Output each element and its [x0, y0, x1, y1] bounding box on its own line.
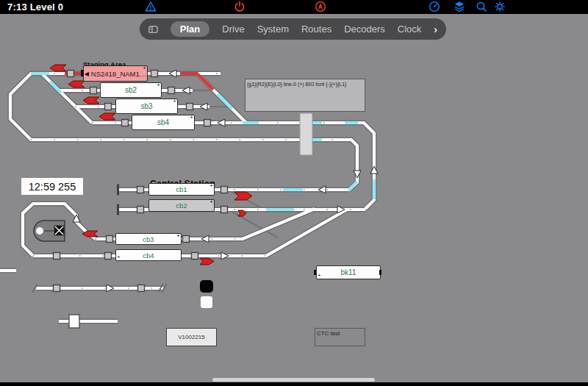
status-bar: 7:13 Level 0	[0, 0, 588, 14]
switch-slider[interactable]	[69, 315, 79, 328]
layers-icon[interactable]	[453, 1, 465, 12]
warning-triangle-icon[interactable]	[145, 1, 157, 12]
block-edge-notch	[81, 70, 84, 76]
horizontal-scrollbar[interactable]	[212, 378, 375, 382]
turntable-light	[36, 227, 43, 235]
fast-clock-value: 12:59 255	[29, 181, 76, 193]
turntable-symbol[interactable]	[34, 221, 65, 241]
block-cb1[interactable]: cb1 +	[148, 183, 215, 196]
block-label: sb4	[157, 118, 169, 126]
search-icon[interactable]	[476, 1, 487, 12]
accessory-button-light[interactable]	[201, 296, 212, 308]
block-bk11[interactable]: bk11 +	[316, 265, 381, 279]
bridge-element[interactable]	[300, 113, 312, 155]
block-corner-marker: +	[157, 82, 160, 89]
block-corner-marker: +	[209, 199, 213, 206]
block-cb4[interactable]: cb4 +	[115, 249, 182, 261]
block-corner-marker: +	[117, 254, 121, 261]
accessory-v1002215[interactable]: V1002215	[166, 328, 217, 346]
block-label: cb1	[176, 185, 187, 193]
accessory-button-dark[interactable]	[200, 280, 213, 293]
block-label: cb3	[143, 235, 154, 243]
block-sb1[interactable]: ◀ NS2418_NAM1… +	[83, 65, 148, 82]
block-edge-notch	[379, 270, 381, 275]
auto-stop-icon[interactable]	[315, 1, 326, 12]
block-label: cb2	[176, 201, 187, 210]
accessory-label: V1002215	[178, 334, 204, 340]
block-sb2[interactable]: sb2 +	[100, 82, 162, 98]
block-corner-marker: +	[209, 182, 213, 190]
block-cb2[interactable]: cb2 +	[148, 199, 215, 212]
block-label: cb4	[143, 251, 154, 260]
block-label: bk11	[341, 268, 356, 276]
status-title: 7:13 Level 0	[7, 1, 63, 12]
block-label: sb3	[140, 102, 152, 110]
block-corner-marker: +	[318, 272, 321, 279]
info-text: {g1}{R2}{E}{L0} line-0 (+) BIG font {-}{…	[247, 82, 346, 87]
gear-icon[interactable]	[494, 1, 506, 12]
block-sb4[interactable]: sb4 +	[132, 115, 195, 130]
block-cb3[interactable]: cb3 +	[115, 233, 182, 245]
fast-clock[interactable]: 12:59 255	[21, 178, 83, 195]
block-corner-marker: +	[176, 232, 180, 240]
ctc-test-box[interactable]: CTC test	[315, 328, 365, 346]
buffer-stop	[117, 185, 119, 196]
block-edge-notch	[314, 270, 316, 275]
block-label: NS2418_NAM1…	[91, 70, 147, 78]
block-sb3[interactable]: sb3 +	[115, 99, 178, 114]
info-gauge-icon[interactable]	[429, 1, 440, 12]
track-plan: Staging Area Central Station ◀ NS2418_NA…	[0, 14, 588, 382]
ctc-label: CTC test	[317, 330, 340, 337]
app-screen: 7:13 Level 0	[0, 0, 588, 386]
block-label: sb2	[125, 86, 137, 94]
train-direction-icon: ◀	[85, 71, 89, 77]
bottom-edge	[0, 382, 588, 386]
block-corner-marker: +	[143, 65, 146, 72]
power-icon[interactable]	[234, 1, 245, 12]
block-corner-marker: +	[173, 98, 176, 105]
info-text-box[interactable]: {g1}{R2}{E}{L0} line-0 (+) BIG font {-}{…	[245, 79, 365, 112]
buffer-stop	[117, 204, 119, 215]
block-corner-marker: +	[190, 114, 193, 121]
